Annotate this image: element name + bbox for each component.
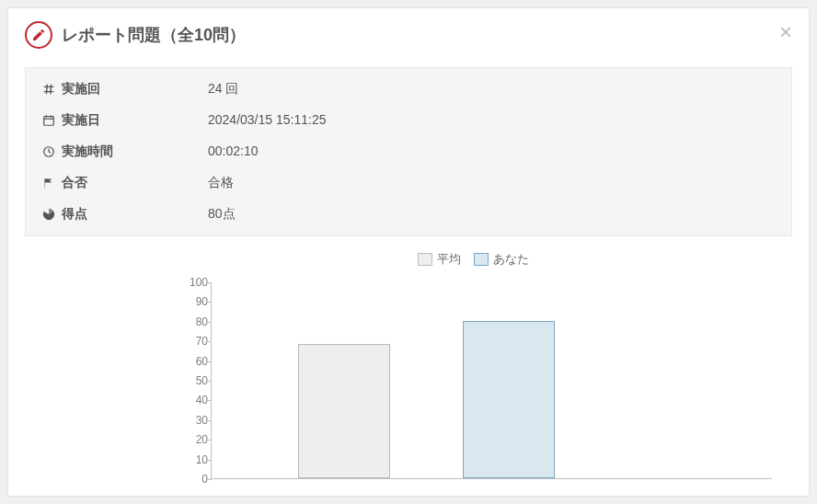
y-tick-label: 60 [180, 355, 208, 368]
bar-avg[interactable] [298, 344, 390, 478]
y-tick-label: 20 [180, 433, 208, 446]
y-tick-label: 100 [180, 276, 208, 289]
info-panel: 実施回 24 回 実施日 2024/03/15 15:11:25 実施時間 00… [25, 67, 792, 236]
hash-icon [42, 83, 55, 96]
info-row-attempt: 実施回 24 回 [26, 74, 791, 105]
legend-label-you: あなた [493, 251, 529, 268]
score-label-text: 得点 [62, 206, 87, 223]
duration-value: 00:02:10 [208, 143, 259, 160]
legend-item-avg[interactable]: 平均 [418, 251, 461, 268]
pencil-circle-icon [25, 21, 52, 49]
flag-icon [42, 177, 55, 189]
y-tick-label: 90 [180, 295, 208, 308]
info-label-attempt: 実施回 [42, 81, 208, 97]
clock-icon [42, 145, 55, 158]
date-value: 2024/03/15 15:11:25 [208, 112, 326, 129]
y-tick-label: 70 [180, 335, 208, 348]
close-icon[interactable]: × [779, 21, 792, 43]
info-label-result: 合否 [42, 175, 208, 191]
y-tick-label: 50 [180, 374, 208, 387]
legend-item-you[interactable]: あなた [474, 251, 529, 268]
pie-icon [42, 208, 55, 221]
y-tick-label: 40 [180, 394, 208, 407]
result-modal: レポート問題（全10問） × 実施回 24 回 実施日 2024/03/15 1… [7, 7, 810, 497]
y-tick-label: 0 [180, 473, 208, 486]
info-row-date: 実施日 2024/03/15 15:11:25 [26, 105, 791, 136]
bar-chart: 0102030405060708090100 [211, 277, 772, 479]
result-value: 合格 [208, 175, 234, 191]
chart-container: 平均 あなた 0102030405060708090100 [8, 251, 809, 479]
modal-header: レポート問題（全10問） × [8, 8, 809, 58]
info-label-date: 実施日 [42, 112, 208, 129]
legend-swatch-avg [418, 253, 432, 266]
attempt-value: 24 回 [208, 81, 238, 97]
info-label-score: 得点 [42, 206, 208, 223]
legend-swatch-you [474, 253, 489, 266]
modal-title: レポート問題（全10問） [62, 24, 246, 46]
y-tick-label: 10 [180, 453, 208, 466]
result-label-text: 合否 [62, 175, 87, 191]
duration-label-text: 実施時間 [62, 143, 113, 160]
score-value: 80点 [208, 206, 236, 223]
info-row-result: 合否 合格 [26, 167, 791, 199]
date-label-text: 実施日 [62, 112, 100, 129]
svg-rect-0 [44, 117, 54, 126]
calendar-icon [42, 114, 55, 127]
y-tick-label: 30 [180, 414, 208, 427]
info-row-score: 得点 80点 [26, 199, 791, 230]
info-row-duration: 実施時間 00:02:10 [26, 136, 791, 167]
attempt-label-text: 実施回 [62, 81, 100, 97]
info-label-duration: 実施時間 [42, 143, 208, 160]
chart-legend: 平均 あなた [174, 251, 772, 268]
legend-label-avg: 平均 [437, 251, 461, 268]
bar-you[interactable] [463, 321, 555, 478]
y-tick-label: 80 [180, 315, 208, 328]
